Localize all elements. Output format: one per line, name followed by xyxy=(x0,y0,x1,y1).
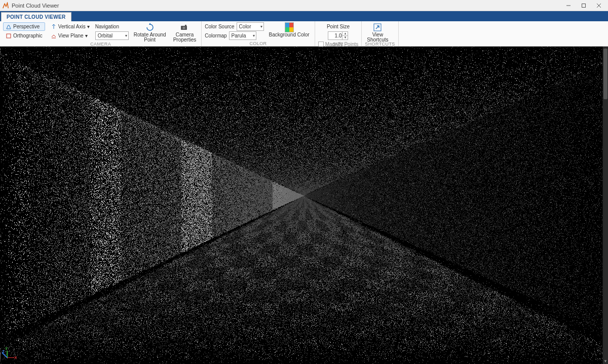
ribbon-group-size: Point Size 1.0 ▲ ▼ Magnify Points xyxy=(315,21,362,46)
point-size-value: 1.0 xyxy=(328,33,342,38)
orthographic-label: Orthographic xyxy=(13,33,43,38)
orthographic-icon xyxy=(6,33,12,39)
colormap-label: Colormap xyxy=(205,33,226,38)
tab-strip: POINT CLOUD VIEWER xyxy=(0,11,608,21)
svg-rect-4 xyxy=(7,34,11,38)
camera-properties-label: Camera Properties xyxy=(173,32,197,43)
perspective-icon xyxy=(6,24,12,30)
chevron-down-icon: ▾ xyxy=(85,33,88,38)
ribbon-group-camera: Perspective Orthographic Vertical Axis ▾ xyxy=(0,21,202,46)
viewport-scrollbar[interactable]: ▲ ▼ xyxy=(602,47,608,364)
minimize-button[interactable] xyxy=(561,1,576,10)
scroll-down-icon[interactable]: ▼ xyxy=(603,358,608,364)
view-shortcuts-button[interactable]: View Shortcuts xyxy=(365,22,390,43)
background-color-label: Background Color xyxy=(269,32,310,37)
colormap-select[interactable]: Parula ▾ xyxy=(229,31,256,40)
point-size-input[interactable]: 1.0 ▲ ▼ xyxy=(328,31,348,40)
color-source-value: Color xyxy=(239,24,251,29)
svg-rect-8 xyxy=(185,25,186,26)
tab-point-cloud-viewer[interactable]: POINT CLOUD VIEWER xyxy=(1,12,71,22)
navigation-label: Navigation xyxy=(95,24,119,29)
chevron-down-icon: ▾ xyxy=(125,33,127,38)
app-logo-icon xyxy=(2,2,9,9)
view-plane-label: View Plane xyxy=(58,33,84,38)
navigation-select[interactable]: Orbital ▾ xyxy=(95,31,129,40)
color-source-select[interactable]: Color ▾ xyxy=(237,22,264,31)
view-shortcuts-label: View Shortcuts xyxy=(367,32,388,43)
ribbon-group-shortcuts: View Shortcuts SHORTCUTS xyxy=(362,21,398,46)
point-size-label: Point Size xyxy=(327,24,350,29)
vertical-axis-dropdown[interactable]: Vertical Axis ▾ xyxy=(48,22,92,31)
vertical-axis-icon xyxy=(51,24,57,30)
group-label-camera: CAMERA xyxy=(3,42,198,47)
point-cloud-canvas xyxy=(0,47,608,364)
shortcut-arrow-icon xyxy=(373,23,382,32)
perspective-label: Perspective xyxy=(13,24,40,29)
spinner-up-icon[interactable]: ▲ xyxy=(343,32,348,36)
point-cloud-viewport[interactable]: X Y Z ▲ ▼ xyxy=(0,47,608,364)
scrollbar-thumb[interactable] xyxy=(603,49,607,99)
ribbon-toolbar: Perspective Orthographic Vertical Axis ▾ xyxy=(0,21,608,47)
view-plane-icon xyxy=(51,33,57,39)
chevron-down-icon: ▾ xyxy=(260,24,262,29)
maximize-button[interactable] xyxy=(577,1,591,10)
group-label-shortcuts: SHORTCUTS xyxy=(365,42,395,47)
title-bar: Point Cloud Viewer xyxy=(0,0,608,11)
view-plane-dropdown[interactable]: View Plane ▾ xyxy=(48,31,92,40)
group-label-size: SIZE xyxy=(318,42,359,47)
group-label-color: COLOR xyxy=(205,41,311,46)
svg-point-7 xyxy=(183,27,185,29)
window-title: Point Cloud Viewer xyxy=(12,3,561,9)
camera-icon xyxy=(180,23,189,32)
spinner-down-icon[interactable]: ▼ xyxy=(343,36,348,39)
rotate-around-point-label: Rotate Around Point xyxy=(134,32,166,43)
camera-properties-button[interactable]: Camera Properties xyxy=(171,22,199,43)
ribbon-group-color: Color Source Color ▾ Colormap Parula ▾ xyxy=(202,21,315,46)
color-swatch-icon xyxy=(285,23,294,32)
navigation-value: Orbital xyxy=(98,33,112,38)
rotate-icon xyxy=(145,23,155,32)
colormap-value: Parula xyxy=(232,33,246,38)
rotate-around-point-button[interactable]: Rotate Around Point xyxy=(132,22,168,43)
orthographic-button[interactable]: Orthographic xyxy=(3,31,45,40)
chevron-down-icon: ▾ xyxy=(87,24,90,29)
svg-rect-1 xyxy=(582,4,586,7)
background-color-button[interactable]: Background Color xyxy=(267,22,312,38)
perspective-button[interactable]: Perspective xyxy=(3,22,45,31)
vertical-axis-label: Vertical Axis xyxy=(58,24,86,29)
color-source-label: Color Source xyxy=(205,24,234,29)
chevron-down-icon: ▾ xyxy=(253,33,255,38)
close-button[interactable] xyxy=(592,1,606,10)
